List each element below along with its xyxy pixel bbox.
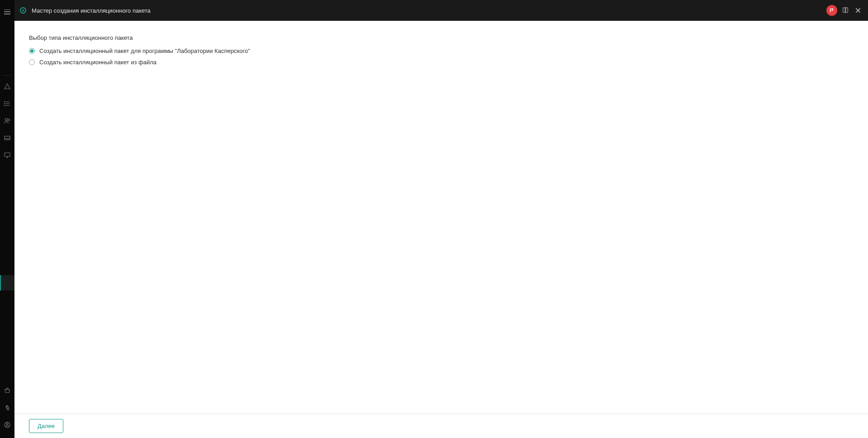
close-icon xyxy=(854,7,862,14)
feedback-button[interactable] xyxy=(826,5,837,16)
header: Мастер создания инсталляционного пакета xyxy=(14,0,868,21)
sidebar-item-wrench[interactable] xyxy=(0,399,14,416)
list-icon xyxy=(4,100,11,107)
header-left: Мастер создания инсталляционного пакета xyxy=(20,7,821,14)
hamburger-icon xyxy=(4,10,10,14)
content: Выбор типа инсталляционного пакета Созда… xyxy=(14,21,868,414)
radio-label: Создать инсталляционный пакет для програ… xyxy=(39,48,250,54)
header-right xyxy=(826,5,863,16)
svg-rect-8 xyxy=(5,136,10,140)
radio-label: Создать инсталляционный пакет из файла xyxy=(39,59,157,66)
devices-icon xyxy=(4,134,11,142)
radio-option-kaspersky[interactable]: Создать инсталляционный пакет для програ… xyxy=(29,48,854,54)
book-icon xyxy=(842,7,849,14)
svg-point-14 xyxy=(6,423,8,425)
sidebar-icons-bottom xyxy=(0,382,14,438)
basket-icon xyxy=(4,387,11,394)
monitor-icon xyxy=(4,152,11,159)
sidebar-item-account[interactable] xyxy=(0,416,14,433)
users-icon xyxy=(4,117,11,124)
sidebar-item-active-indicator xyxy=(0,275,14,290)
page-title: Мастер создания инсталляционного пакета xyxy=(32,7,151,14)
menu-toggle-button[interactable] xyxy=(0,5,14,19)
radio-option-file[interactable]: Создать инсталляционный пакет из файла xyxy=(29,59,854,66)
next-button[interactable]: Далее xyxy=(29,419,63,433)
close-button[interactable] xyxy=(854,6,863,15)
sidebar-item-basket[interactable] xyxy=(0,382,14,399)
flag-icon xyxy=(829,8,835,13)
section-title: Выбор типа инсталляционного пакета xyxy=(29,34,854,41)
svg-rect-10 xyxy=(5,153,10,157)
radio-button[interactable] xyxy=(29,48,35,54)
sidebar-rail xyxy=(0,0,14,438)
svg-point-3 xyxy=(4,101,5,102)
svg-point-7 xyxy=(8,119,9,121)
sidebar-item-users[interactable] xyxy=(0,112,14,129)
svg-point-5 xyxy=(4,105,5,105)
svg-point-4 xyxy=(4,103,5,104)
footer: Далее xyxy=(14,414,868,438)
alert-icon xyxy=(4,83,11,90)
sidebar-item-monitor[interactable] xyxy=(0,147,14,164)
account-icon xyxy=(4,421,11,428)
svg-point-6 xyxy=(5,119,7,121)
sidebar-item-alert[interactable] xyxy=(0,78,14,95)
wrench-icon xyxy=(4,404,11,411)
radio-button[interactable] xyxy=(29,59,35,65)
sidebar-item-devices[interactable] xyxy=(0,129,14,147)
main-area: Мастер создания инсталляционного пакета xyxy=(14,0,868,438)
play-circle-icon xyxy=(20,7,26,14)
help-button[interactable] xyxy=(841,6,850,15)
sidebar-icons-top xyxy=(0,73,14,164)
sidebar-item-list[interactable] xyxy=(0,95,14,112)
